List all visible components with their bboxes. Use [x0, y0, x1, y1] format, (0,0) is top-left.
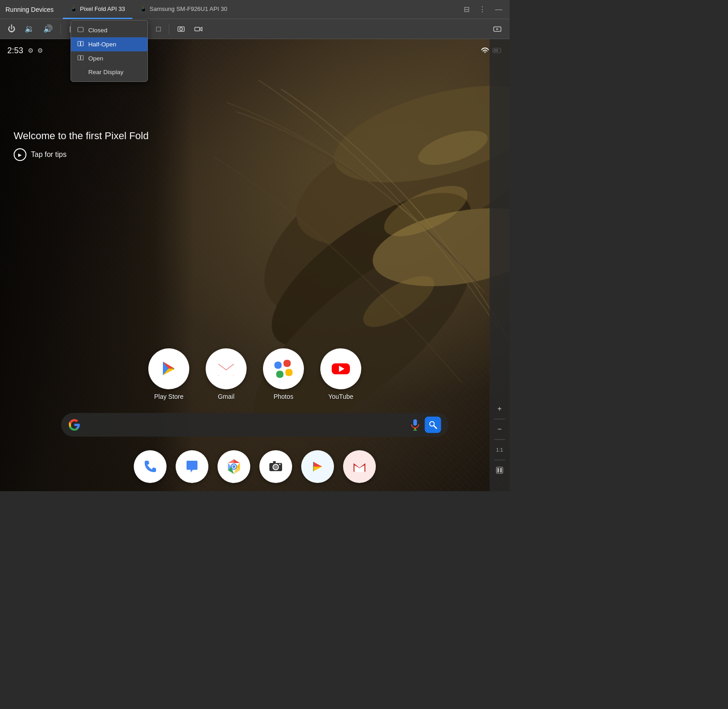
- layout-icon: [496, 467, 503, 474]
- closed-icon: [77, 26, 84, 34]
- svg-rect-16: [81, 55, 84, 60]
- dropdown-item-rear-display[interactable]: Rear Display: [71, 65, 147, 79]
- wifi-icon: [480, 47, 490, 54]
- tap-tips[interactable]: ▶ Tap for tips: [14, 148, 149, 161]
- title-bar-left: Running Devices 📱 Pixel Fold API 33 📱 Sa…: [5, 0, 462, 19]
- recents-button[interactable]: □: [153, 22, 164, 36]
- app-item-photos[interactable]: Photos: [263, 348, 304, 400]
- toolbar-sep-3: [169, 24, 169, 35]
- status-time: 2:53: [7, 46, 23, 55]
- tab-pixel-fold-label: Pixel Fold API 33: [80, 5, 125, 12]
- dropdown-open-label: Open: [88, 55, 103, 62]
- emulator-area: 2:53 ⚙ ⚙ Welco: [0, 39, 510, 491]
- google-search-bar[interactable]: [61, 413, 448, 437]
- plus-label: +: [497, 405, 501, 413]
- gmail-icon-circle: [206, 348, 247, 389]
- title-bar-right: ⊟ ⋮ —: [462, 3, 504, 15]
- youtube-label: YouTube: [328, 393, 353, 400]
- half-open-icon: [77, 40, 84, 48]
- ratio-label: 1:1: [496, 447, 503, 453]
- tab-samsung[interactable]: 📱 Samsung SM-F926U1 API 30: [132, 0, 235, 19]
- svg-rect-47: [497, 468, 499, 473]
- sidebar-plus-button[interactable]: +: [492, 402, 507, 416]
- title-bar: Running Devices 📱 Pixel Fold API 33 📱 Sa…: [0, 0, 510, 19]
- fold-mode-dropdown: Closed Half-Open Open Rear Display: [71, 20, 148, 82]
- minus-label: −: [497, 425, 501, 433]
- minimize-button[interactable]: —: [493, 4, 504, 15]
- svg-point-45: [279, 464, 281, 465]
- right-sidebar: + − 1:1: [490, 39, 510, 491]
- tab-samsung-icon: 📱: [140, 5, 147, 12]
- tab-pixel-fold-icon: 📱: [70, 5, 77, 12]
- dropdown-closed-label: Closed: [88, 27, 107, 34]
- play-circle-icon: ▶: [14, 148, 26, 161]
- svg-rect-15: [78, 55, 81, 60]
- sidebar-divider-3: [494, 460, 505, 460]
- sidebar-divider: [494, 419, 505, 419]
- dropdown-rear-label: Rear Display: [88, 69, 123, 75]
- gmail-label: Gmail: [218, 393, 235, 400]
- power-button[interactable]: ⏻: [5, 22, 19, 36]
- svg-rect-14: [81, 41, 84, 46]
- sidebar-minus-button[interactable]: −: [492, 422, 507, 437]
- svg-point-40: [233, 465, 235, 468]
- toolbar-sep-1: [61, 24, 61, 35]
- wallpaper-svg: [143, 66, 510, 473]
- dock-phone[interactable]: [134, 450, 167, 483]
- google-g-logo: [68, 419, 80, 431]
- device-screen[interactable]: 2:53 ⚙ ⚙ Welco: [0, 39, 510, 491]
- toolbar-right: [490, 22, 505, 36]
- app-item-gmail[interactable]: Gmail: [206, 348, 247, 400]
- sidebar-divider-2: [494, 439, 505, 440]
- photos-label: Photos: [273, 393, 293, 400]
- dock: [134, 450, 376, 483]
- dropdown-item-closed[interactable]: Closed: [71, 23, 147, 37]
- tab-pixel-fold[interactable]: 📱 Pixel Fold API 33: [63, 0, 132, 19]
- running-devices-title: Running Devices: [5, 6, 54, 13]
- screen-record-button[interactable]: [490, 22, 505, 36]
- svg-rect-12: [78, 27, 83, 32]
- volume-down-button[interactable]: 🔉: [21, 22, 37, 36]
- svg-rect-10: [195, 27, 200, 31]
- svg-point-9: [180, 28, 182, 30]
- dock-messages[interactable]: [176, 450, 208, 483]
- photos-icon-circle: [263, 348, 304, 389]
- more-button[interactable]: ⋮: [477, 3, 488, 15]
- video-button[interactable]: [191, 23, 206, 35]
- youtube-icon-circle: [320, 348, 361, 389]
- tab-samsung-label: Samsung SM-F926U1 API 30: [150, 5, 228, 12]
- play-store-icon-circle: [148, 348, 189, 389]
- status-icons-left: ⚙ ⚙: [28, 47, 43, 54]
- dropdown-item-half-open[interactable]: Half-Open: [71, 37, 147, 51]
- dock-camera[interactable]: [259, 450, 292, 483]
- tap-tips-label: Tap for tips: [31, 151, 66, 159]
- svg-rect-48: [500, 468, 502, 473]
- settings-icon-2: ⚙: [37, 47, 43, 54]
- dock-play-store[interactable]: [301, 450, 334, 483]
- microphone-icon[interactable]: [410, 419, 420, 431]
- windowize-button[interactable]: ⊟: [462, 3, 471, 15]
- welcome-title: Welcome to the first Pixel Fold: [14, 130, 149, 142]
- svg-rect-44: [273, 461, 276, 463]
- svg-line-35: [434, 426, 437, 428]
- sidebar-ratio-button[interactable]: 1:1: [492, 442, 507, 457]
- dropdown-half-open-label: Half-Open: [88, 41, 116, 48]
- dropdown-item-open[interactable]: Open: [71, 51, 147, 65]
- screenshot-button[interactable]: [174, 23, 188, 35]
- svg-point-43: [274, 465, 278, 469]
- dock-gmail[interactable]: [343, 450, 376, 483]
- dock-chrome[interactable]: [217, 450, 250, 483]
- app-grid-row: Play Store: [0, 348, 510, 400]
- settings-icon-1: ⚙: [28, 47, 34, 54]
- open-icon: [77, 55, 84, 62]
- volume-up-button[interactable]: 🔊: [40, 22, 56, 36]
- sidebar-layout-button[interactable]: [492, 463, 507, 478]
- svg-rect-13: [78, 41, 81, 46]
- app-item-play-store[interactable]: Play Store: [148, 348, 189, 400]
- lens-icon[interactable]: [425, 417, 441, 433]
- play-store-label: Play Store: [154, 393, 184, 400]
- welcome-section: Welcome to the first Pixel Fold ▶ Tap fo…: [14, 130, 149, 161]
- app-item-youtube[interactable]: YouTube: [320, 348, 361, 400]
- svg-rect-31: [414, 419, 417, 426]
